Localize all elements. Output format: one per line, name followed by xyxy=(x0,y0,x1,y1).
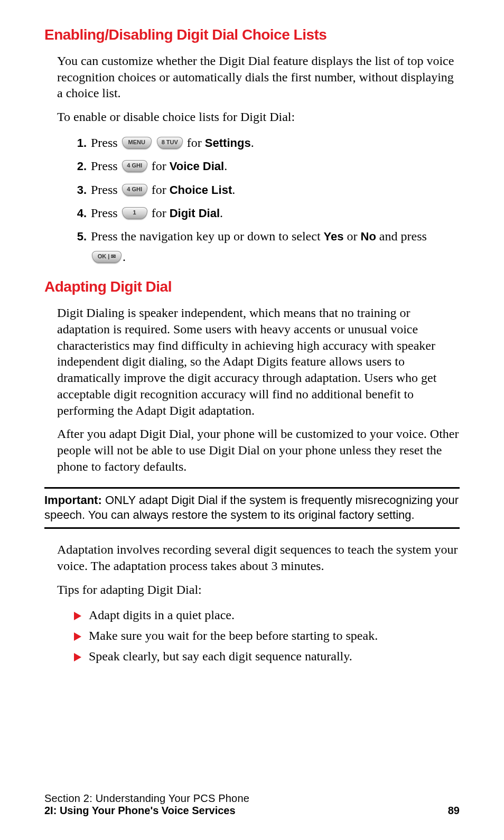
footer-subsection: 2I: Using Your Phone's Voice Services xyxy=(44,805,236,817)
step-1: 1. Press MENU 8 TUV for Settings. xyxy=(76,133,460,153)
step-number: 4. xyxy=(74,204,87,222)
tip-item: Make sure you wait for the beep before s… xyxy=(76,626,460,646)
important-callout: Important: ONLY adapt Digit Dial if the … xyxy=(44,487,460,529)
step-3: 3. Press 4 GHI for Choice List. xyxy=(76,180,460,200)
callout-lead: Important: xyxy=(44,493,102,507)
page-footer: Section 2: Understanding Your PCS Phone … xyxy=(44,792,460,817)
callout-body: ONLY adapt Digit Dial if the system is f… xyxy=(44,493,459,521)
step-number: 1. xyxy=(74,134,87,152)
paragraph-process: Adaptation involves recording several di… xyxy=(44,542,460,574)
tip-item: Adapt digits in a quiet place. xyxy=(76,605,460,625)
ok-key-icon: OK | ✉ xyxy=(92,251,122,263)
heading-enable-disable: Enabling/Disabling Digit Dial Choice Lis… xyxy=(44,26,460,43)
paragraph-tips-lead: Tips for adapting Digit Dial: xyxy=(44,582,460,598)
page-number: 89 xyxy=(448,805,460,817)
paragraph-adapt-2: After you adapt Digit Dial, your phone w… xyxy=(44,426,460,474)
key-1-icon: 1 xyxy=(122,207,147,219)
heading-adapting: Adapting Digit Dial xyxy=(44,278,460,295)
key-4-icon: 4 GHI xyxy=(122,184,147,196)
paragraph-lead-in: To enable or disable choice lists for Di… xyxy=(44,109,460,125)
steps-list: 1. Press MENU 8 TUV for Settings. 2. Pre… xyxy=(44,133,460,267)
step-target: Choice List xyxy=(170,183,232,197)
step-5: 5. Press the navigation key up or down t… xyxy=(76,226,460,267)
step-target: Voice Dial xyxy=(170,160,225,173)
step-2: 2. Press 4 GHI for Voice Dial. xyxy=(76,156,460,176)
step-number: 5. xyxy=(74,227,87,246)
key-4-icon: 4 GHI xyxy=(122,160,147,172)
step-text: Press xyxy=(91,136,121,150)
tip-item: Speak clearly, but say each digit sequen… xyxy=(76,647,460,666)
step-text: for xyxy=(152,206,170,220)
step-text: Press xyxy=(91,206,121,220)
menu-key-icon: MENU xyxy=(122,137,152,149)
step-text: for xyxy=(187,136,205,150)
step-text: and press xyxy=(376,229,427,243)
step-text: or xyxy=(344,229,361,243)
step-text: . xyxy=(220,206,223,220)
step-number: 3. xyxy=(74,181,87,199)
paragraph-adapt-1: Digit Dialing is speaker independent, wh… xyxy=(44,305,460,418)
manual-page: Enabling/Disabling Digit Dial Choice Lis… xyxy=(0,0,504,840)
step-4: 4. Press 1 for Digit Dial. xyxy=(76,203,460,223)
step-text: Press xyxy=(91,159,121,173)
key-8-icon: 8 TUV xyxy=(157,137,183,149)
step-text: Press xyxy=(91,183,121,197)
step-text: . xyxy=(251,136,254,150)
step-text: for xyxy=(152,159,170,173)
tips-list: Adapt digits in a quiet place. Make sure… xyxy=(44,605,460,667)
step-text: for xyxy=(152,183,170,197)
step-text: . xyxy=(224,159,227,173)
step-text: . xyxy=(123,250,126,264)
step-text: Press the navigation key up or down to s… xyxy=(91,229,324,243)
step-option-yes: Yes xyxy=(324,230,344,243)
step-target: Digit Dial xyxy=(170,207,220,220)
step-number: 2. xyxy=(74,157,87,175)
footer-section: Section 2: Understanding Your PCS Phone xyxy=(44,792,460,805)
paragraph-intro: You can customize whether the Digit Dial… xyxy=(44,53,460,101)
step-option-no: No xyxy=(361,230,376,243)
step-target: Settings xyxy=(205,136,251,150)
step-text: . xyxy=(232,183,235,197)
